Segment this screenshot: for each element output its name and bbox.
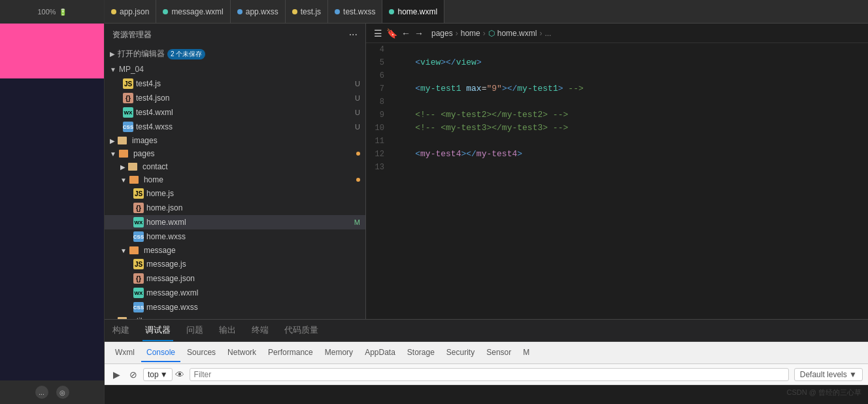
filename-message-json: message.json — [146, 274, 360, 283]
filename-home-wxml: home.wxml — [146, 218, 352, 227]
folder-home[interactable]: ▼ home — [105, 173, 365, 186]
file-home-wxml[interactable]: WX home.wxml M — [105, 215, 365, 229]
icon-js: JS — [123, 78, 133, 89]
code-line-6: 6 — [366, 69, 868, 82]
file-test4-json[interactable]: {} test4.json U — [105, 91, 365, 105]
devtools-tab-m[interactable]: M — [518, 344, 535, 362]
devtools-tab-bar: Wxml Console Sources Network Performance… — [105, 342, 868, 364]
devtools-tab-sources[interactable]: Sources — [182, 344, 221, 362]
filename-home-json: home.json — [146, 203, 360, 212]
log-levels-dropdown[interactable]: Default levels ▼ — [794, 368, 863, 381]
code-line-4: 4 — [366, 43, 868, 56]
folder-name-contact: contact — [142, 162, 360, 171]
breadcrumb-home: home — [461, 29, 480, 38]
filename: test4.wxml — [136, 108, 352, 117]
breadcrumb-file-icon: ⬡ — [488, 29, 495, 38]
breadcrumb-icons: ☰ 🔖 ← → — [374, 28, 424, 39]
code-line-12: 12 <my-test4></my-test4> — [366, 148, 868, 161]
devtools-tab-network[interactable]: Network — [222, 344, 261, 362]
file-test4-wxss[interactable]: CSS test4.wxss U — [105, 120, 365, 134]
sim-controls: ... ◎ — [0, 380, 104, 404]
folder-name-message: message — [144, 246, 360, 255]
panel-tab-bar: 构建 调试器 问题 输出 终端 代码质量 — [105, 320, 868, 342]
folder-pages[interactable]: ▼ pages — [105, 147, 365, 160]
tab-message-wxml[interactable]: message.wxml — [156, 0, 230, 23]
icon-wxml: WX — [123, 107, 133, 118]
devtools-tab-console[interactable]: Console — [141, 344, 180, 362]
context-dropdown-arrow: ▼ — [160, 370, 168, 379]
tab-test-js[interactable]: test.js — [286, 0, 328, 23]
panel-tab-output[interactable]: 输出 — [216, 320, 239, 341]
sidebar-header: 资源管理器 ··· — [105, 24, 365, 46]
tab-dot-home-wxml — [389, 9, 394, 14]
folder-contact[interactable]: ▶ contact — [105, 160, 365, 173]
folder-images[interactable]: ▶ images — [105, 134, 365, 147]
file-home-wxss[interactable]: CSS home.wxss — [105, 229, 365, 244]
icon-home-json: {} — [133, 203, 144, 213]
folder-name-home: home — [144, 175, 354, 184]
panel-tab-debugger[interactable]: 调试器 — [142, 320, 173, 341]
file-message-js[interactable]: JS message.js — [105, 257, 365, 271]
devtools-tab-storage[interactable]: Storage — [402, 344, 440, 362]
devtools-tab-performance[interactable]: Performance — [263, 344, 318, 362]
filter-input[interactable] — [190, 368, 789, 381]
filename-home-js: home.js — [146, 189, 360, 198]
chevron-contact: ▶ — [120, 163, 125, 171]
file-test4-wxml[interactable]: WX test4.wxml U — [105, 105, 365, 120]
icon-message-json: {} — [133, 273, 144, 284]
code-line-8: 8 — [366, 95, 868, 109]
breadcrumb-pages: pages — [431, 29, 453, 38]
tab-dot-message-wxml — [163, 9, 168, 14]
sidebar-content: ▶ 打开的编辑器 2 个未保存 ▼ MP_04 JS test4.js U — [105, 46, 365, 319]
tab-test-wxss[interactable]: test.wxss — [328, 0, 382, 23]
stop-button[interactable]: ⊘ — [126, 367, 141, 382]
file-home-json[interactable]: {} home.json — [105, 201, 365, 215]
devtools-tab-memory[interactable]: Memory — [320, 344, 358, 362]
tab-app-wxss[interactable]: app.wxss — [231, 0, 286, 23]
panel-tab-build[interactable]: 构建 — [110, 320, 132, 341]
panel-tab-quality[interactable]: 代码质量 — [282, 320, 321, 341]
file-test4-js[interactable]: JS test4.js U — [105, 76, 365, 91]
devtools-tab-appdata[interactable]: AppData — [359, 344, 401, 362]
code-line-13: 13 — [366, 161, 868, 174]
eye-icon[interactable]: 👁 — [175, 369, 184, 380]
sim-screen — [0, 24, 104, 380]
sim-dots[interactable]: ... — [35, 386, 48, 399]
icon-home-js: JS — [133, 188, 144, 199]
tab-app-json[interactable]: app.json — [105, 0, 156, 23]
tab-bar: app.json message.wxml app.wxss test.js t… — [105, 0, 868, 24]
file-message-wxss[interactable]: CSS message.wxss — [105, 300, 365, 314]
panel-tab-terminal[interactable]: 终端 — [249, 320, 271, 341]
back-icon[interactable]: ← — [401, 28, 410, 39]
folder-message[interactable]: ▼ message — [105, 244, 365, 257]
devtools-tab-sensor[interactable]: Sensor — [481, 344, 516, 362]
icon-message-wxss: CSS — [133, 302, 144, 312]
devtools-tab-wxml[interactable]: Wxml — [110, 344, 140, 362]
code-editor[interactable]: 4 5 <view></view> 6 7 <my-test1 max="9"> — [366, 43, 868, 319]
menu-icon[interactable]: ☰ — [374, 28, 382, 39]
breadcrumb: ☰ 🔖 ← → pages › home › ⬡ home.wxml › ... — [366, 24, 868, 43]
tab-dot-app-wxss — [237, 9, 242, 14]
devtools-toolbar: ▶ ⊘ top ▼ 👁 Default levels ▼ — [105, 364, 868, 385]
panel-tab-problems[interactable]: 问题 — [184, 320, 206, 341]
file-home-js[interactable]: JS home.js — [105, 186, 365, 201]
open-editors-label: 打开的编辑器 — [118, 48, 165, 59]
file-message-json[interactable]: {} message.json — [105, 271, 365, 286]
run-button[interactable]: ▶ — [110, 367, 124, 382]
sim-percentage: 100% — [37, 8, 56, 16]
open-editors-badge: 2 个未保存 — [167, 49, 205, 59]
forward-icon[interactable]: → — [414, 28, 424, 39]
icon-message-wxml: WX — [133, 288, 144, 298]
sidebar-menu-button[interactable]: ··· — [349, 29, 358, 41]
devtools-tab-security[interactable]: Security — [441, 344, 480, 362]
bookmark-icon[interactable]: 🔖 — [386, 28, 397, 39]
code-line-7: 7 <my-test1 max="9"></my-test1> --> — [366, 82, 868, 95]
tab-home-wxml[interactable]: home.wxml — [382, 0, 444, 23]
file-badge: U — [355, 123, 360, 131]
file-message-wxml[interactable]: WX message.wxml — [105, 286, 365, 300]
section-open-editors[interactable]: ▶ 打开的编辑器 2 个未保存 — [105, 46, 365, 62]
sim-camera[interactable]: ◎ — [56, 386, 69, 399]
folder-utils[interactable]: ▶ utils — [105, 314, 365, 319]
section-project[interactable]: ▼ MP_04 — [105, 62, 365, 76]
context-select[interactable]: top ▼ — [143, 368, 173, 381]
